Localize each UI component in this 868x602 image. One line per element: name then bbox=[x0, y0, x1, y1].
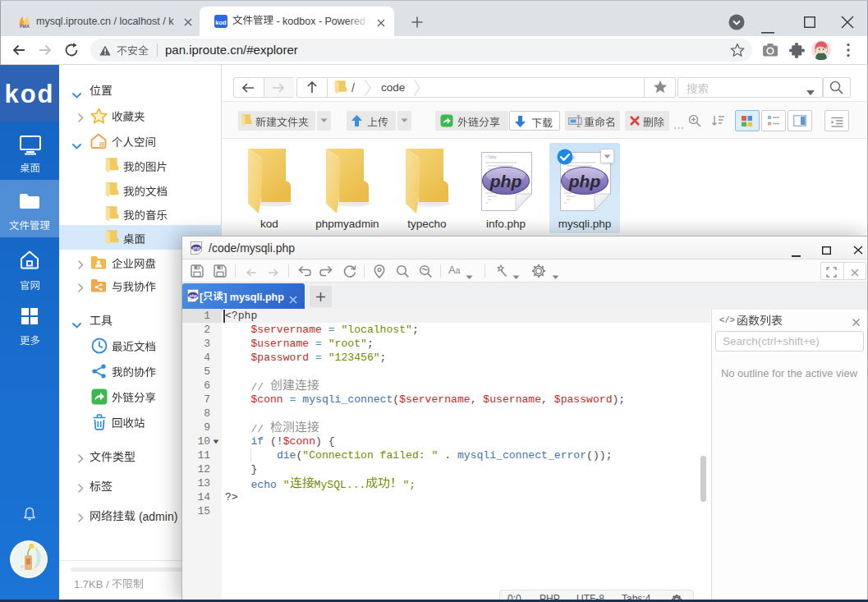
svg-text:<?php: <?php bbox=[485, 155, 497, 159]
svg-text:php: php bbox=[188, 293, 196, 298]
svg-text:php: php bbox=[191, 246, 200, 250]
svg-text:php: php bbox=[568, 172, 601, 191]
svg-text:PMA: PMA bbox=[20, 24, 30, 28]
svg-text:php: php bbox=[489, 172, 522, 191]
svg-text:kod: kod bbox=[215, 19, 227, 26]
